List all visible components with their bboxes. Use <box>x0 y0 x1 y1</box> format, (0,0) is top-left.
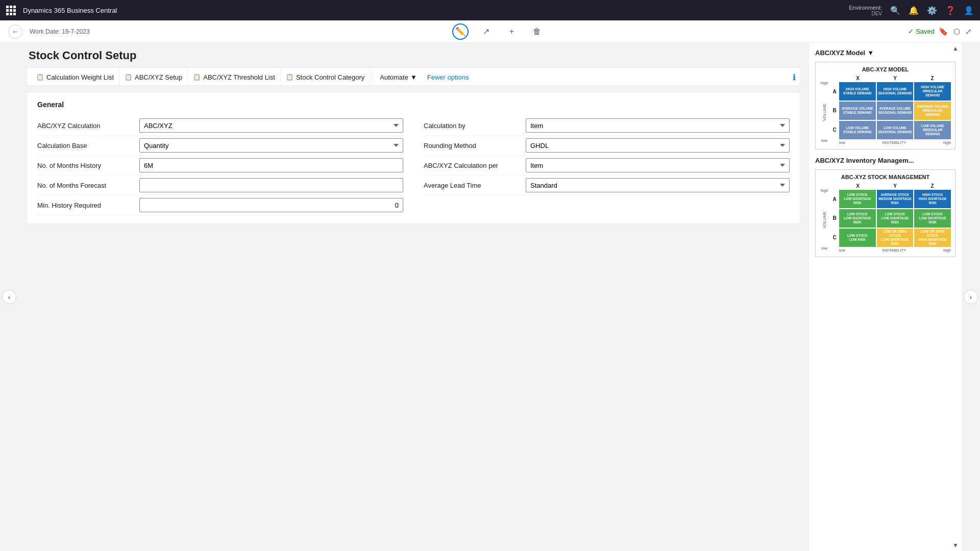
right-panel: ▲ ABC/XYZ Model ▼ ABC-XYZ MODEL high VOL… <box>808 43 962 551</box>
toolbar-right-icons: 🔖 ⬡ ⤢ <box>939 27 972 36</box>
topbar-right: Environment: DEV 🔍 🔔 ⚙️ ❓ 👤 <box>849 5 974 16</box>
label-rounding-method: Rounding Method <box>424 142 526 149</box>
tab-separator <box>372 72 373 82</box>
model-cell-7: LOW VOLUMESEASONAL DEMAND <box>877 121 914 139</box>
info-icon[interactable]: ℹ <box>793 72 796 82</box>
field-abc-xyz-calc-per: ABC/XYZ Calculation per Item Location <box>424 156 790 176</box>
value-min-history[interactable] <box>139 198 403 212</box>
right-nav-arrow-button[interactable]: › <box>964 290 978 304</box>
back-button[interactable]: ← <box>8 24 22 39</box>
user-icon[interactable]: 👤 <box>964 6 974 15</box>
add-button[interactable]: + <box>503 23 520 40</box>
label-calculation-base: Calculation Base <box>37 142 139 149</box>
inventory-section-title[interactable]: ABC/XYZ Inventory Managem... <box>815 157 955 164</box>
field-average-lead-time: Average Lead Time Standard Custom <box>424 176 790 195</box>
model-cell-1: HIGH VOLUMESEASONAL DEMAND <box>877 82 914 101</box>
label-abc-xyz-calculation: ABC/XYZ Calculation <box>37 122 139 130</box>
tab-label-1: ABC/XYZ Setup <box>135 73 182 81</box>
inv-cell-2: HIGH STOCKHIGH SHORTAGE RISK <box>914 190 951 208</box>
tab-label-2: ABC/XYZ Threshold List <box>203 73 275 81</box>
inv-x-high: high <box>943 248 951 253</box>
tab-label-0: Calculation Weight List <box>46 73 114 81</box>
inv-cell-5: LOW STOCKLOW SHORTAGE RISK <box>914 209 951 228</box>
value-average-lead-time[interactable]: Standard Custom <box>526 178 790 192</box>
fewer-options-link[interactable]: Fewer options <box>422 73 474 81</box>
model-x-label: INSTABILITY <box>882 140 906 145</box>
inv-cell-3: LOW STOCKLOW SHORTAGE RISK <box>839 209 876 228</box>
tab-stock-control-category[interactable]: 📋 Stock Control Category <box>281 68 370 86</box>
tab-icon-2: 📋 <box>193 73 201 81</box>
model-cell-5: AVERAGE VOLUMEIRREGULAR DEMAND <box>914 102 951 120</box>
settings-icon[interactable]: ⚙️ <box>927 6 937 15</box>
topbar: Dynamics 365 Business Central Environmen… <box>0 0 980 20</box>
input-months-forecast[interactable] <box>139 178 403 192</box>
section-title-general: General <box>37 101 790 109</box>
select-abc-xyz-calc-per[interactable]: Item Location <box>526 158 790 172</box>
tab-calculation-weight-list[interactable]: 📋 Calculation Weight List <box>31 68 119 86</box>
action-tabs: 📋 Calculation Weight List 📋 ABC/XYZ Setu… <box>27 67 800 86</box>
env-name: DEV <box>871 11 882 16</box>
label-abc-xyz-calc-per: ABC/XYZ Calculation per <box>424 162 526 169</box>
inv-cell-7: LOW OR ZERO STOCKLOW SHORTAGE RISK <box>877 229 914 247</box>
label-months-history: No. of Months History <box>37 162 139 169</box>
form-card: General ABC/XYZ Calculation ABC/XYZ ABC … <box>27 92 800 224</box>
label-min-history: Min. History Required <box>37 202 139 209</box>
tab-label-3: Stock Control Category <box>296 73 364 81</box>
right-panel-inner: ABC/XYZ Model ▼ ABC-XYZ MODEL high VOLUM… <box>809 43 962 551</box>
delete-button[interactable]: 🗑 <box>529 23 545 40</box>
input-months-history[interactable] <box>139 158 403 172</box>
value-months-history[interactable] <box>139 158 403 172</box>
field-calculation-by: Calculation by Item Location Variant <box>424 116 790 136</box>
value-months-forecast[interactable] <box>139 178 403 192</box>
inv-cell-4: LOW STOCKLOW SHORTAGE RISK <box>877 209 914 228</box>
app-grid-icon[interactable] <box>6 6 16 15</box>
tab-abc-xyz-setup[interactable]: 📋 ABC/XYZ Setup <box>119 68 188 86</box>
content-area: Stock Control Setup 📋 Calculation Weight… <box>18 43 808 551</box>
field-abc-xyz-calculation: ABC/XYZ Calculation ABC/XYZ ABC XYZ <box>37 116 403 136</box>
value-calculation-base[interactable]: Quantity Value <box>139 138 403 153</box>
automate-label: Automate <box>380 73 408 81</box>
env-label: Environment: <box>849 5 882 11</box>
model-cell-0: HIGH VOLUMESTABLE DEMAND <box>839 82 876 101</box>
saved-status: ✓ Saved <box>908 28 935 35</box>
inv-cell-6: LOW STOCKLOW RISK <box>839 229 876 247</box>
left-nav-arrow-button[interactable]: ‹ <box>2 290 16 304</box>
expand-icon[interactable]: ⤢ <box>965 27 972 36</box>
value-rounding-method[interactable]: GHDL Standard <box>526 138 790 153</box>
model-cell-8: LOW VOLUMEIRREGULAR DEMAND <box>914 121 951 139</box>
select-calculation-by[interactable]: Item Location Variant <box>526 118 790 133</box>
inv-x-label: INSTABILITY <box>882 248 906 253</box>
value-calculation-by[interactable]: Item Location Variant <box>526 118 790 133</box>
input-min-history[interactable] <box>139 198 403 212</box>
saved-label: Saved <box>916 28 935 35</box>
value-abc-xyz-calc-per[interactable]: Item Location <box>526 158 790 172</box>
value-abc-xyz-calculation[interactable]: ABC/XYZ ABC XYZ <box>139 118 403 133</box>
label-months-forecast: No. of Months Forecast <box>37 182 139 189</box>
label-calculation-by: Calculation by <box>424 122 526 130</box>
automate-chevron: ▼ <box>410 73 417 81</box>
inv-x-low: low <box>839 248 845 253</box>
inventory-chart-title: ABC-XYZ STOCK MANAGEMENT <box>820 174 951 180</box>
toolbar-center: ✏️ ↗ + 🗑 <box>452 23 545 40</box>
select-average-lead-time[interactable]: Standard Custom <box>526 178 790 192</box>
select-calculation-base[interactable]: Quantity Value <box>139 138 403 153</box>
bell-icon[interactable]: 🔔 <box>909 6 919 15</box>
select-rounding-method[interactable]: GHDL Standard <box>526 138 790 153</box>
bookmark-icon[interactable]: 🔖 <box>939 27 948 36</box>
env-badge: Environment: DEV <box>849 5 882 16</box>
search-icon[interactable]: 🔍 <box>890 6 900 15</box>
edit-button[interactable]: ✏️ <box>452 23 469 40</box>
popout-icon[interactable]: ⬡ <box>953 27 960 36</box>
share-button[interactable]: ↗ <box>478 23 494 40</box>
panel-scroll-up[interactable]: ▲ <box>952 45 959 52</box>
field-rounding-method: Rounding Method GHDL Standard <box>424 136 790 156</box>
model-section-title[interactable]: ABC/XYZ Model ▼ <box>815 49 955 57</box>
tab-automate[interactable]: Automate ▼ <box>375 68 422 86</box>
inv-cell-0: LOW STOCKLOW SHORTAGE RISK <box>839 190 876 208</box>
tab-abc-xyz-threshold[interactable]: 📋 ABC/XYZ Threshold List <box>188 68 281 86</box>
select-abc-xyz-calculation[interactable]: ABC/XYZ ABC XYZ <box>139 118 403 133</box>
panel-scroll-down[interactable]: ▼ <box>952 542 959 549</box>
help-icon[interactable]: ❓ <box>945 6 955 15</box>
tab-icon-3: 📋 <box>286 73 293 81</box>
model-chart: ABC-XYZ MODEL high VOLUME low X Y Z <box>815 62 955 149</box>
